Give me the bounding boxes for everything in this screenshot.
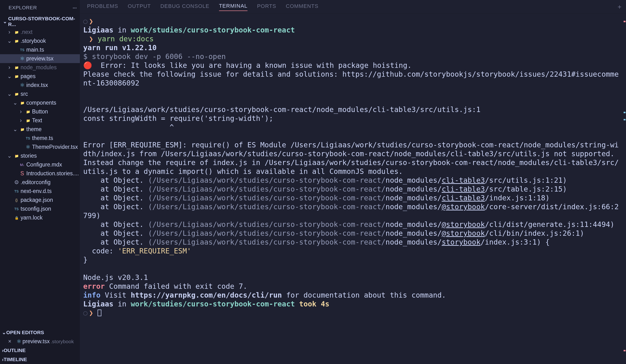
- chevron-icon: ⌄: [6, 73, 13, 80]
- panel-tabs: PROBLEMSOUTPUTDEBUG CONSOLETERMINALPORTS…: [80, 0, 626, 14]
- tree-item[interactable]: ›📁node_modules: [0, 63, 80, 72]
- editor-file-name: preview.tsx: [22, 338, 50, 345]
- tree-item[interactable]: ⚛preview.tsx: [0, 54, 80, 63]
- explorer-header: EXPLORER ···: [0, 0, 80, 15]
- file-icon: 📁: [19, 101, 26, 105]
- file-icon: ⚛: [19, 82, 26, 88]
- timeline-header[interactable]: › TIMELINE: [0, 355, 80, 364]
- tree-item-label: yarn.lock: [21, 214, 42, 221]
- close-icon[interactable]: ×: [8, 338, 15, 345]
- tree-item[interactable]: ⌄📁src: [0, 90, 80, 99]
- file-icon: 📁: [24, 119, 32, 123]
- new-terminal-icon[interactable]: +: [618, 3, 622, 11]
- chevron-icon: ⌄: [6, 91, 13, 97]
- file-icon: ⚛: [15, 338, 22, 345]
- chevron-icon: ⌄: [6, 153, 13, 159]
- tree-item[interactable]: ⌄📁stories: [0, 151, 80, 160]
- tree-item-label: main.ts: [26, 47, 44, 53]
- tree-item-label: next-env.d.ts: [21, 188, 52, 195]
- file-icon: TS: [19, 48, 26, 52]
- panel-tab[interactable]: COMMENTS: [286, 3, 318, 11]
- chevron-icon: ›: [6, 29, 13, 35]
- chevron-icon: ›: [17, 108, 24, 115]
- tree-item-label: components: [26, 99, 56, 106]
- tree-item-label: .editorconfig: [21, 179, 50, 186]
- tree-item-label: theme: [26, 126, 41, 132]
- project-name: CURSO-STORYBOOK-COM-R...: [8, 16, 77, 27]
- tree-item-label: package.json: [21, 197, 53, 203]
- file-icon: M↓: [19, 163, 26, 167]
- tree-item[interactable]: ⌄📁components: [0, 99, 80, 107]
- main-panel: PROBLEMSOUTPUTDEBUG CONSOLETERMINALPORTS…: [80, 0, 626, 364]
- tree-item[interactable]: ⌄📁.storybook: [0, 36, 80, 45]
- outline-header[interactable]: › OUTLINE: [0, 346, 80, 355]
- tree-item[interactable]: TSnext-env.d.ts: [0, 187, 80, 196]
- explorer-sidebar: EXPLORER ··· ⌄ CURSO-STORYBOOK-COM-R... …: [0, 0, 80, 364]
- panel-tab[interactable]: TERMINAL: [219, 3, 247, 11]
- chevron-right-icon: ›: [2, 348, 3, 353]
- tree-item[interactable]: ›📁.next: [0, 28, 80, 36]
- tree-item[interactable]: M↓Configure.mdx: [0, 160, 80, 169]
- tree-item[interactable]: ⚙.editorconfig: [0, 178, 80, 187]
- tree-item[interactable]: ›📁Text: [0, 116, 80, 125]
- tree-item[interactable]: SIntroduction.stories....: [0, 169, 80, 178]
- tree-item-label: Text: [32, 117, 42, 124]
- tree-item[interactable]: TStsconfig.json: [0, 204, 80, 213]
- panel-tab[interactable]: DEBUG CONSOLE: [160, 3, 209, 11]
- editor-file-path: .storybook: [51, 339, 74, 344]
- tree-item[interactable]: 🔒yarn.lock: [0, 213, 80, 222]
- open-editors-header[interactable]: ⌄ OPEN EDITORS: [0, 328, 80, 337]
- file-icon: S: [19, 170, 26, 177]
- tree-item[interactable]: ›📁Button: [0, 107, 80, 116]
- file-icon: ⚛: [24, 144, 32, 150]
- tree-item-label: .storybook: [21, 38, 46, 44]
- file-icon: 📁: [19, 128, 26, 131]
- tree-item-label: tsconfig.json: [21, 206, 51, 212]
- chevron-icon: ›: [6, 64, 13, 71]
- tree-item-label: src: [21, 91, 28, 97]
- tree-item-label: Introduction.stories....: [26, 170, 79, 177]
- file-icon: 🔒: [13, 216, 20, 220]
- file-icon: TS: [13, 189, 20, 193]
- more-icon[interactable]: ···: [73, 4, 77, 11]
- tree-item-label: Button: [32, 108, 48, 115]
- timeline-title: TIMELINE: [3, 357, 27, 362]
- tree-item-label: theme.ts: [32, 135, 53, 141]
- file-icon: ⚙: [13, 179, 20, 186]
- tree-item-label: preview.tsx: [26, 55, 54, 62]
- tree-item[interactable]: ⚛index.tsx: [0, 81, 80, 90]
- file-icon: TS: [24, 136, 32, 140]
- file-tree: ›📁.next⌄📁.storybookTSmain.ts⚛preview.tsx…: [0, 28, 80, 328]
- tree-item[interactable]: ⚛ThemeProvider.tsx: [0, 143, 80, 151]
- scroll-markers: [623, 14, 626, 364]
- chevron-icon: ⌄: [11, 126, 19, 132]
- file-icon: 📁: [13, 92, 20, 96]
- tree-item-label: pages: [21, 73, 36, 80]
- tree-item[interactable]: TStheme.ts: [0, 134, 80, 143]
- file-icon: 📁: [24, 110, 32, 114]
- file-icon: ⚛: [19, 55, 26, 62]
- tree-item-label: index.tsx: [26, 82, 48, 88]
- open-editor-item[interactable]: ×⚛preview.tsx.storybook: [0, 337, 80, 346]
- file-icon: 📁: [13, 154, 20, 158]
- tree-item[interactable]: ⌄📁pages: [0, 72, 80, 81]
- outline-title: OUTLINE: [3, 348, 26, 353]
- chevron-right-icon: ›: [2, 357, 3, 362]
- panel-tab[interactable]: OUTPUT: [128, 3, 151, 11]
- chevron-down-icon: ⌄: [2, 330, 6, 335]
- file-icon: 📁: [13, 66, 20, 69]
- tree-item[interactable]: {}package.json: [0, 196, 80, 204]
- file-icon: 📁: [13, 30, 20, 34]
- project-section-header[interactable]: ⌄ CURSO-STORYBOOK-COM-R...: [0, 15, 80, 28]
- chevron-icon: ›: [17, 117, 24, 124]
- panel-tab[interactable]: PORTS: [257, 3, 276, 11]
- open-editors-title: OPEN EDITORS: [6, 330, 44, 335]
- tree-item-label: Configure.mdx: [26, 162, 62, 168]
- tree-item[interactable]: TSmain.ts: [0, 45, 80, 54]
- tree-item[interactable]: ⌄📁theme: [0, 125, 80, 134]
- chevron-icon: ⌄: [11, 99, 19, 106]
- terminal-output[interactable]: ○❯ Ligiaas in work/studies/curso-storybo…: [80, 14, 626, 364]
- panel-tab[interactable]: PROBLEMS: [87, 3, 118, 11]
- file-icon: TS: [13, 207, 20, 211]
- chevron-down-icon: ⌄: [3, 19, 8, 24]
